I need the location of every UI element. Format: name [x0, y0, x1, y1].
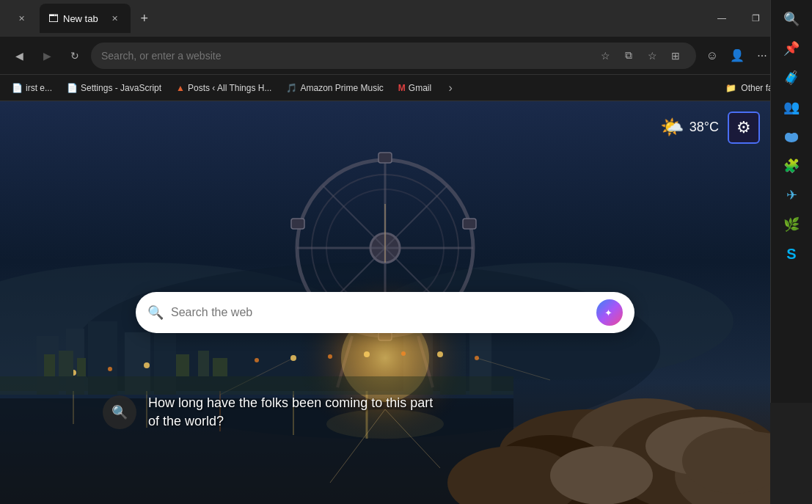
svg-point-60: [437, 351, 443, 357]
sidebar-users-icon[interactable]: 👥: [778, 94, 805, 120]
new-tab-icon: +: [140, 11, 148, 26]
bookmark-item-2[interactable]: ▲ Posts ‹ All Things H...: [170, 81, 277, 95]
svg-point-51: [108, 367, 112, 371]
address-bar: ◀ ▶ ↻ ☆ ⧉ ☆ ⊞ ☺ 👤 ··· ✦: [0, 37, 812, 75]
bookmark-icon-1: 📄: [67, 83, 78, 93]
sidebar-skype-icon[interactable]: S: [778, 241, 805, 267]
tab-label: New tab: [63, 13, 98, 24]
svg-text:✦: ✦: [604, 307, 612, 318]
svg-rect-74: [213, 358, 227, 376]
svg-rect-69: [44, 354, 55, 376]
minimize-button[interactable]: —: [705, 7, 739, 30]
active-tab[interactable]: 🗔 New tab ✕: [40, 4, 131, 33]
bookmark-item-1[interactable]: 📄 Settings - JavaScript: [61, 81, 167, 95]
weather-temp: 38°C: [690, 120, 719, 135]
bookmark-label-0: irst e...: [26, 83, 52, 93]
svg-rect-71: [77, 358, 86, 376]
copilot-search-button[interactable]: ✦: [596, 299, 623, 326]
svg-point-59: [401, 351, 406, 356]
sidebar-puzzle-icon[interactable]: 🧩: [778, 153, 805, 179]
sidebar-search-icon[interactable]: 🔍: [778, 6, 805, 32]
restore-button[interactable]: ❐: [739, 7, 772, 30]
bookmark-item-3[interactable]: 🎵 Amazon Prime Music: [280, 81, 389, 95]
svg-point-52: [144, 362, 150, 368]
sidebar-leaf-icon[interactable]: 🌿: [778, 211, 805, 238]
svg-rect-70: [59, 351, 73, 376]
bookmark-item-4[interactable]: M Gmail: [392, 81, 437, 95]
svg-point-56: [290, 355, 296, 361]
collections-icon[interactable]: ⊞: [665, 45, 686, 66]
other-favorites-icon: 📁: [725, 83, 736, 93]
settings-button[interactable]: ⚙: [728, 112, 760, 144]
bookmarks-more-button[interactable]: ›: [440, 78, 461, 98]
bookmark-icon-3: 🎵: [286, 83, 297, 93]
settings-icon: ⚙: [736, 118, 751, 137]
right-sidebar: 🔍 📌 🧳 👥 🧩 ✈ 🌿 S: [770, 0, 812, 403]
main-content: 🌤️ 38°C ⚙ 🔍 ✦ 🔍 How long have the folks …: [0, 101, 770, 504]
address-input-wrap: ☆ ⧉ ☆ ⊞: [91, 43, 696, 69]
svg-rect-68: [0, 376, 513, 395]
bookmark-icon-0: 📄: [12, 83, 23, 93]
search-input[interactable]: [171, 306, 589, 319]
tab-favicon: 🗔: [48, 12, 59, 24]
bookmark-label-4: Gmail: [409, 83, 431, 93]
connections-icon[interactable]: 👤: [725, 44, 749, 67]
toolbar-icons: ☺ 👤 ···: [701, 44, 774, 67]
svg-point-57: [328, 354, 332, 359]
prompt-text: How long have the folks been coming to t…: [148, 394, 442, 431]
svg-rect-37: [378, 153, 392, 163]
read-aloud-icon[interactable]: ☆: [642, 45, 662, 66]
bookmark-label-3: Amazon Prime Music: [300, 83, 383, 93]
sidebar-pin-icon[interactable]: 📌: [778, 35, 805, 62]
weather-icon: 🌤️: [660, 116, 684, 139]
svg-rect-73: [198, 351, 209, 376]
profile-icon[interactable]: ☺: [701, 44, 724, 67]
weather-widget: 🌤️ 38°C: [660, 116, 719, 139]
tab-close-icon[interactable]: ✕: [109, 12, 122, 25]
svg-point-58: [364, 351, 370, 357]
main-layout: 🌤️ 38°C ⚙ 🔍 ✦ 🔍 How long have the folks …: [0, 101, 812, 504]
svg-rect-72: [176, 354, 189, 376]
forward-button[interactable]: ▶: [35, 44, 59, 67]
address-input[interactable]: [101, 50, 589, 62]
new-tab-button[interactable]: +: [133, 7, 156, 29]
close-icon[interactable]: ✕: [15, 12, 28, 25]
bookmarks-bar: 📄 irst e... 📄 Settings - JavaScript ▲ Po…: [0, 75, 812, 101]
bookmark-label-2: Posts ‹ All Things H...: [188, 83, 272, 93]
svg-rect-38: [463, 219, 476, 229]
bookmark-icon-4: M: [398, 83, 406, 93]
search-inner-icon: 🔍: [147, 304, 164, 321]
prompt-overlay: 🔍 How long have the folks been coming to…: [103, 394, 442, 431]
prompt-search-icon: 🔍: [111, 404, 128, 420]
new-tab-search: 🔍 ✦: [136, 292, 634, 333]
bookmark-label-1: Settings - JavaScript: [81, 83, 161, 93]
sidebar-telegram-icon[interactable]: ✈: [778, 182, 805, 208]
back-button[interactable]: ◀: [7, 44, 31, 67]
sidebar-cloud-icon[interactable]: [778, 123, 805, 150]
bookmark-item-0[interactable]: 📄 irst e...: [6, 81, 58, 95]
title-bar: ✕ 🗔 New tab ✕ + — ❐ ✕: [0, 0, 812, 37]
address-icons: ☆ ⧉ ☆ ⊞: [595, 45, 686, 66]
svg-rect-40: [291, 219, 304, 229]
bookmark-icon-2: ▲: [176, 83, 185, 93]
prompt-search-button[interactable]: 🔍: [103, 395, 136, 429]
favorite-icon[interactable]: ☆: [595, 45, 615, 66]
svg-point-61: [475, 356, 479, 360]
split-screen-icon[interactable]: ⧉: [618, 45, 639, 66]
sidebar-shopping-icon[interactable]: 🧳: [778, 65, 805, 91]
svg-point-14: [550, 446, 653, 504]
svg-point-55: [255, 358, 259, 362]
svg-point-79: [791, 133, 798, 140]
closed-tab[interactable]: ✕: [6, 5, 37, 32]
refresh-button[interactable]: ↻: [63, 44, 87, 67]
